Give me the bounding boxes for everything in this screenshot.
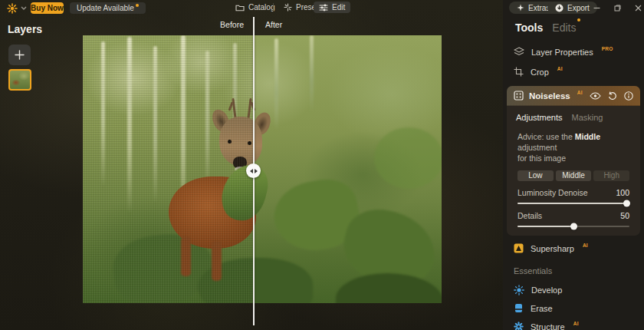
tool-erase[interactable]: Erase [514,303,553,313]
tab-adjustments[interactable]: Adjustments [516,113,563,122]
ai-badge: AI [577,90,583,95]
tool-develop[interactable]: Develop [514,285,562,295]
erase-label: Erase [531,304,553,313]
slider-label: Details [518,211,542,220]
ai-badge: AI [557,66,563,71]
erase-icon [514,303,524,313]
mode-low-button[interactable]: Low [518,170,554,181]
tool-structure[interactable]: Structure AI [514,322,579,330]
layer-thumbnail[interactable] [8,69,31,91]
panel-tabs: Tools Edits [515,21,580,34]
edit-sliders-icon [319,4,328,12]
tools-panel: Tools Edits Layer Properties PRO Crop AI… [503,0,644,330]
arrow-right-icon [255,169,258,173]
supersharp-icon [514,243,524,253]
toolbar-divider [273,3,274,12]
arrow-left-icon [250,169,253,173]
mode-high-button[interactable]: High [593,170,629,181]
tab-catalog-label: Catalog [248,3,274,12]
noiseless-header[interactable]: Noiseless AI [507,86,640,106]
plant-stalk [274,38,278,130]
tool-supersharp[interactable]: Supersharp AI [514,243,588,253]
advice-text: Advice: use the Middle adjustmentfor thi… [507,122,640,164]
slider-fill [518,226,573,227]
noiseless-panel: Noiseless AI Adjustments Masking Advice:… [507,86,640,236]
window-maximize-button[interactable] [610,2,625,14]
app-logo-icon[interactable] [7,3,18,14]
slider-fill [518,203,626,204]
tab-tools[interactable]: Tools [515,21,543,34]
visibility-eye-icon[interactable] [590,92,601,100]
export-icon [555,4,564,12]
slider-label: Sharpness [518,234,556,236]
plant-stalk [310,35,314,112]
ai-badge: AI [573,321,579,326]
layer-properties-label: Layer Properties [531,48,593,57]
update-available-button[interactable]: Update Available [70,2,146,14]
add-layer-button[interactable] [8,45,31,65]
before-noise-overlay [83,35,254,303]
extras-sparkle-icon [517,4,524,12]
develop-label: Develop [531,285,562,295]
top-bar: Buy Now Update Available Catalog Presets… [0,0,644,17]
develop-sun-icon [514,285,524,295]
window-minimize-button[interactable] [589,2,604,14]
slider-value: 100 [616,188,629,197]
tab-masking[interactable]: Masking [572,113,603,122]
reset-undo-icon[interactable] [608,91,617,100]
crop-label: Crop [531,68,549,77]
window-close-button[interactable] [630,2,644,14]
tab-edit-label: Edit [332,3,345,12]
plus-icon [15,50,25,60]
crop-icon [514,67,524,77]
layers-title: Layers [8,23,73,35]
luminosity-denoise-slider: Luminosity Denoise 100 [507,181,640,204]
noiseless-title: Noiseless [529,91,570,101]
slider-track[interactable] [518,226,629,227]
layers-icon [514,47,524,57]
tab-edits-label: Edits [552,21,576,34]
chevron-down-icon[interactable] [21,6,27,10]
ai-badge: AI [583,243,588,248]
noiseless-icon [514,91,524,101]
details-slider: Details 50 [507,204,640,227]
app-window: Buy Now Update Available Catalog Presets… [0,0,644,330]
tool-layer-properties[interactable]: Layer Properties PRO [514,47,613,57]
supersharp-label: Supersharp [531,244,574,253]
presets-sparkle-icon [284,3,292,12]
edits-notification-dot [577,18,580,21]
pro-badge: PRO [602,46,613,51]
slider-value: 50 [620,211,629,220]
update-notification-dot [136,4,139,7]
structure-icon [514,322,524,330]
slider-label: Luminosity Denoise [518,188,588,197]
update-available-label: Update Available [77,4,134,12]
essentials-header: Essentials [514,266,552,276]
tab-edit[interactable]: Edit [314,2,350,13]
structure-label: Structure [531,322,565,330]
compare-slider-handle[interactable] [246,163,261,178]
layers-panel: Layers [0,17,73,330]
slider-handle[interactable] [623,200,630,206]
slider-track[interactable] [518,203,629,204]
slider-handle[interactable] [570,223,577,229]
mode-middle-button[interactable]: Middle [556,170,592,181]
leaf-blob [336,273,442,303]
folder-icon [235,4,245,12]
buy-now-button[interactable]: Buy Now [31,2,64,14]
after-label: After [265,20,282,29]
info-icon[interactable] [624,91,633,101]
noiseless-tabs: Adjustments Masking [507,106,640,122]
slider-value: 50 [620,234,629,236]
tool-crop[interactable]: Crop AI [514,67,563,77]
denoise-mode-group: Low Middle High [507,164,640,181]
before-label: Before [201,20,244,29]
tab-edits[interactable]: Edits [552,21,580,34]
photo-canvas[interactable] [83,35,442,303]
export-label: Export [567,4,590,12]
leaf-blob [374,127,442,189]
